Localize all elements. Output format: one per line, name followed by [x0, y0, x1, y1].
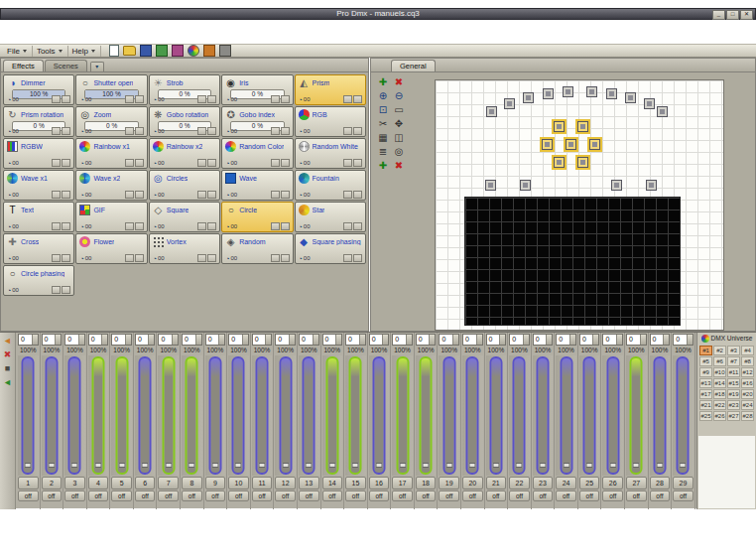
effect-option-button[interactable]: [353, 222, 362, 230]
channel-value-input[interactable]: 0: [509, 334, 530, 346]
channel-off-button[interactable]: off: [579, 490, 600, 501]
effect-fountain-button[interactable]: Fountain◔00: [295, 170, 366, 201]
effect-option-button[interactable]: [135, 191, 144, 199]
options-icon[interactable]: [219, 45, 231, 57]
channel-off-button[interactable]: off: [182, 490, 202, 501]
effect-option-button[interactable]: [207, 127, 216, 135]
effect-vortex-button[interactable]: Vortex◔00: [149, 233, 220, 264]
effect-option-button[interactable]: [343, 191, 352, 199]
effect-option-button[interactable]: [197, 95, 206, 103]
channel-off-button[interactable]: off: [228, 490, 249, 501]
fader-track[interactable]: [396, 356, 409, 475]
fader-thumb[interactable]: [142, 463, 149, 468]
channel-off-button[interactable]: off: [18, 490, 39, 501]
fader-thumb[interactable]: [328, 463, 335, 468]
fader-thumb[interactable]: [118, 463, 125, 468]
fader-thumb[interactable]: [352, 463, 359, 468]
effect-option-button[interactable]: [353, 254, 362, 262]
close-button[interactable]: ✕: [740, 10, 753, 20]
effect-option-button[interactable]: [353, 95, 362, 103]
select-icon[interactable]: ▭: [392, 104, 406, 116]
fader-thumb[interactable]: [71, 463, 78, 468]
channel-value-input[interactable]: 0: [602, 334, 623, 346]
fixture-selected[interactable]: [577, 121, 588, 132]
channel-value-input[interactable]: 0: [275, 334, 296, 346]
channel-fader[interactable]: [275, 355, 296, 476]
dmx-channel-cell[interactable]: #27: [727, 411, 740, 421]
fader-thumb[interactable]: [282, 463, 289, 468]
channel-value-input[interactable]: 0: [486, 334, 507, 346]
dmx-channel-cell[interactable]: #5: [699, 356, 712, 366]
menu-file[interactable]: File: [3, 46, 33, 57]
channel-value-input[interactable]: 0: [345, 334, 366, 346]
dmx-channel-cell[interactable]: #15: [727, 378, 740, 388]
fader-thumb[interactable]: [259, 463, 266, 468]
fader-track[interactable]: [232, 356, 245, 475]
dmx-channel-cell[interactable]: #2: [713, 346, 726, 355]
fixture[interactable]: [563, 86, 573, 97]
effect-square-phasing-button[interactable]: ◆Square phasing◔00: [295, 233, 366, 264]
effect-option-button[interactable]: [271, 254, 280, 262]
cut-icon[interactable]: ✂: [376, 118, 390, 130]
effect-option-button[interactable]: [125, 95, 134, 103]
fader-thumb[interactable]: [423, 463, 430, 468]
channel-fader[interactable]: [626, 355, 647, 476]
channel-fader[interactable]: [18, 355, 39, 476]
add-fixture-icon[interactable]: ✚: [376, 76, 390, 88]
layers-icon[interactable]: ≣: [376, 146, 390, 158]
dmx-channel-cell[interactable]: #3: [727, 346, 740, 355]
effect-option-button[interactable]: [207, 159, 216, 167]
effect-option-button[interactable]: [62, 254, 70, 262]
fader-thumb[interactable]: [586, 463, 593, 468]
channel-fader[interactable]: [556, 355, 576, 476]
channel-fader[interactable]: [182, 355, 202, 476]
channel-value-input[interactable]: 0: [462, 334, 483, 346]
channel-off-button[interactable]: off: [673, 490, 693, 501]
effect-option-button[interactable]: [125, 191, 134, 199]
effect-cross-button[interactable]: ✚Cross◔00: [3, 233, 74, 264]
channel-fader[interactable]: [439, 355, 459, 476]
zoom-out-icon[interactable]: ⊖: [392, 90, 406, 102]
fader-thumb[interactable]: [48, 463, 55, 468]
dmx-channel-cell[interactable]: #1: [699, 346, 712, 355]
fixture[interactable]: [504, 98, 515, 109]
fader-thumb[interactable]: [95, 463, 102, 468]
fader-track[interactable]: [92, 356, 105, 475]
effect-rainbow-x1-button[interactable]: Rainbow x1◔00: [75, 138, 147, 169]
fader-track[interactable]: [139, 356, 152, 475]
channel-value-input[interactable]: 0: [299, 334, 319, 346]
channel-fader[interactable]: [135, 355, 156, 476]
dmx-channel-cell[interactable]: #21: [699, 400, 712, 410]
channel-fader[interactable]: [64, 355, 85, 476]
fader-track[interactable]: [466, 356, 479, 475]
fader-track[interactable]: [583, 356, 596, 475]
effect-circles-button[interactable]: ◎Circles◔00: [149, 170, 220, 201]
zoom-fit-icon[interactable]: ⊡: [376, 104, 390, 116]
effect-wave-button[interactable]: Wave◔00: [221, 170, 293, 201]
fader-thumb[interactable]: [189, 463, 195, 468]
channel-fader[interactable]: [88, 355, 109, 476]
effect-option-button[interactable]: [281, 127, 290, 135]
effect-square-button[interactable]: ◇Square◔00: [149, 202, 220, 232]
fader-track[interactable]: [653, 356, 666, 475]
fader-thumb[interactable]: [516, 463, 523, 468]
fader-thumb[interactable]: [563, 463, 569, 468]
effect-rgb-button[interactable]: RGB◔00: [295, 106, 366, 137]
channel-off-button[interactable]: off: [650, 490, 671, 501]
effect-text-button[interactable]: TText◔00: [3, 202, 74, 232]
dmx-channel-cell[interactable]: #8: [741, 356, 754, 366]
new-document-icon[interactable]: [109, 45, 119, 57]
effect-option-button[interactable]: [197, 222, 206, 230]
effect-circle-phasing-button[interactable]: ○Circle phasing◔00: [3, 265, 74, 296]
fixture[interactable]: [586, 86, 597, 97]
fader-track[interactable]: [489, 356, 502, 475]
tab-general[interactable]: General: [391, 60, 436, 71]
effect-option-button[interactable]: [343, 159, 352, 167]
maximize-button[interactable]: □: [726, 10, 739, 20]
fader-track[interactable]: [68, 356, 81, 475]
effect-option-button[interactable]: [281, 254, 290, 262]
effect-option-button[interactable]: [52, 95, 61, 103]
channel-value-input[interactable]: 0: [626, 334, 647, 346]
channel-off-button[interactable]: off: [252, 490, 273, 501]
effect-option-button[interactable]: [271, 159, 280, 167]
